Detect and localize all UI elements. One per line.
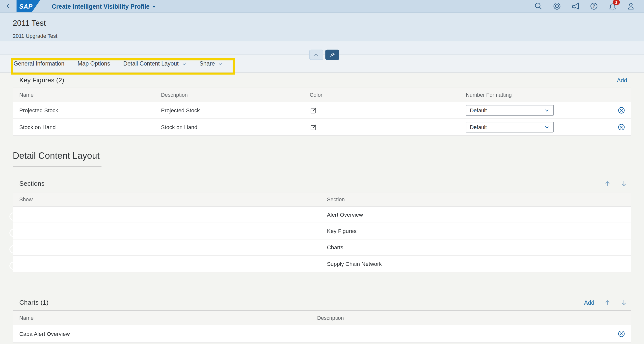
move-up-button[interactable] xyxy=(604,180,611,187)
pin-header-button[interactable] xyxy=(325,50,339,60)
sections-header: Sections xyxy=(13,175,631,192)
sap-logo[interactable]: SAP xyxy=(16,0,40,12)
move-up-button[interactable] xyxy=(604,299,611,306)
section-label: Supply Chain Network xyxy=(327,261,631,267)
search-button[interactable] xyxy=(534,1,544,11)
caret-down-icon xyxy=(152,5,156,7)
select-value: Default xyxy=(470,124,487,130)
notification-badge: 2 xyxy=(613,0,620,5)
copilot-button[interactable] xyxy=(552,1,562,11)
chart-name: Capa Alert Overview xyxy=(13,331,317,337)
color-edit-button[interactable] xyxy=(310,123,459,131)
move-down-button[interactable] xyxy=(621,299,628,306)
shell-bar: SAP Create Intelligent Visibility Profil… xyxy=(0,0,644,13)
arrow-down-icon xyxy=(621,180,628,187)
table-row: Capa Alert Overview xyxy=(13,325,631,343)
shell-actions: ? 2 xyxy=(534,1,644,11)
tab-share[interactable]: Share xyxy=(200,60,222,67)
header-toggle-buttons xyxy=(309,50,339,60)
toggle-knob xyxy=(10,229,18,237)
tab-label: Share xyxy=(200,60,215,67)
remove-key-figure-button[interactable] xyxy=(617,123,626,131)
notifications-button[interactable]: 2 xyxy=(607,1,617,11)
chevron-down-icon xyxy=(218,62,223,66)
tab-detail-content-layout[interactable]: Detail Content Layout xyxy=(123,60,186,67)
charts-column-headers: Name Description xyxy=(13,311,631,325)
arrow-down-icon xyxy=(621,299,628,306)
section-label: Charts xyxy=(327,244,631,251)
key-figures-column-headers: Name Description Color Number Formatting xyxy=(13,88,631,102)
remove-cell xyxy=(606,330,631,338)
sections-column-headers: Show Section xyxy=(13,192,631,207)
arrow-up-icon xyxy=(604,299,611,306)
edit-icon xyxy=(310,123,318,131)
sections-title: Sections xyxy=(13,180,44,187)
table-row: Alert Overview xyxy=(13,207,631,223)
key-figures-panel: Key Figures (2) Add Name Description Col… xyxy=(13,73,631,136)
tab-map-options[interactable]: Map Options xyxy=(78,60,110,67)
column-number-formatting: Number Formatting xyxy=(459,92,606,98)
charts-header: Charts (1) Add xyxy=(13,295,631,311)
collapse-header-button[interactable] xyxy=(309,50,323,60)
back-icon xyxy=(4,2,12,10)
column-name: Name xyxy=(13,315,317,321)
tab-label: Map Options xyxy=(78,60,110,67)
toggle-knob xyxy=(10,212,18,221)
page-subtitle: 2011 Upgrade Test xyxy=(13,33,644,39)
section-label: Alert Overview xyxy=(327,212,631,218)
section-label: Key Figures xyxy=(327,228,631,234)
chevron-down-icon xyxy=(544,124,550,130)
profile-button[interactable] xyxy=(626,1,636,11)
chevron-down-icon xyxy=(544,108,550,113)
column-color: Color xyxy=(310,92,459,98)
help-icon: ? xyxy=(590,2,598,11)
chevron-down-icon xyxy=(182,62,186,66)
key-figure-description: Stock on Hand xyxy=(161,124,310,130)
toggle-knob xyxy=(10,262,18,270)
sections-panel: Sections Show Section Alert Overview xyxy=(13,175,631,272)
decline-icon xyxy=(617,106,626,114)
back-button[interactable] xyxy=(0,0,16,12)
tab-general-information[interactable]: General Information xyxy=(14,60,64,67)
remove-cell xyxy=(606,106,631,114)
table-row: Stock on Hand Stock on Hand Default xyxy=(13,119,631,136)
page-title: 2011 Test xyxy=(13,13,644,28)
sap-logo-text: SAP xyxy=(16,3,32,10)
shell-left: SAP Create Intelligent Visibility Profil… xyxy=(0,0,156,12)
key-figures-add-button[interactable]: Add xyxy=(617,77,627,84)
number-formatting-select[interactable]: Default xyxy=(466,105,554,116)
pin-icon xyxy=(330,52,335,58)
select-value: Default xyxy=(470,107,487,114)
arrow-up-icon xyxy=(604,180,611,187)
app-title: Create Intelligent Visibility Profile xyxy=(52,3,150,10)
color-edit-button[interactable] xyxy=(310,106,459,114)
column-section: Section xyxy=(327,196,631,202)
key-figures-title: Key Figures (2) xyxy=(13,76,64,84)
number-formatting-select[interactable]: Default xyxy=(466,122,554,132)
remove-cell xyxy=(606,123,631,131)
app-window: SAP Create Intelligent Visibility Profil… xyxy=(0,0,644,344)
tab-label: Detail Content Layout xyxy=(123,60,178,67)
help-button[interactable]: ? xyxy=(589,1,599,11)
person-icon xyxy=(626,2,635,11)
move-down-button[interactable] xyxy=(621,180,628,187)
remove-chart-button[interactable] xyxy=(617,330,626,338)
table-row: Supply Chain Network xyxy=(13,256,631,272)
column-name: Name xyxy=(13,92,161,98)
page-header: 2011 Test 2011 Upgrade Test xyxy=(0,13,644,41)
charts-title: Charts (1) xyxy=(13,299,48,306)
column-show: Show xyxy=(13,196,327,202)
key-figures-header: Key Figures (2) Add xyxy=(13,73,631,88)
detail-content-layout-heading: Detail Content Layout xyxy=(13,151,101,167)
charts-add-button[interactable]: Add xyxy=(584,299,594,306)
megaphone-icon xyxy=(571,1,580,11)
key-figure-description: Projected Stock xyxy=(161,107,310,114)
announcements-button[interactable] xyxy=(570,1,580,11)
app-title-menu[interactable]: Create Intelligent Visibility Profile xyxy=(52,3,156,10)
sections-actions xyxy=(604,180,631,187)
search-icon xyxy=(534,2,543,11)
table-row: Projected Stock Projected Stock Default xyxy=(13,102,631,119)
column-description: Description xyxy=(317,315,606,321)
edit-icon xyxy=(310,106,318,114)
remove-key-figure-button[interactable] xyxy=(617,106,626,114)
